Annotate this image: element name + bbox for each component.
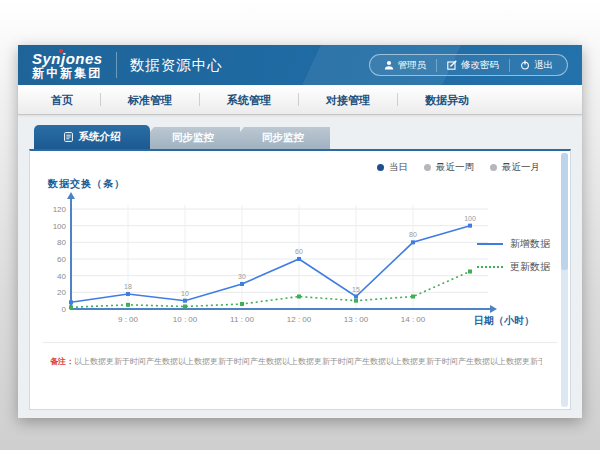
main-nav: 首页 标准管理 系统管理 对接管理 数据异动: [18, 85, 582, 115]
edit-icon: [447, 60, 457, 70]
svg-text:18: 18: [124, 283, 132, 290]
change-password-label: 修改密码: [461, 59, 499, 72]
svg-text:0: 0: [62, 305, 67, 314]
chart-panel: 当日 最近一周 最近一月 数据交换（条） 0204060801001209 : …: [29, 149, 571, 410]
radio-dot-icon: [377, 164, 384, 171]
svg-text:日期（小时）: 日期（小时）: [474, 315, 534, 326]
footnote: 备注：以上数据更新于时间产生数据以上数据更新于时间产生数据以上数据更新于时间产生…: [50, 356, 542, 367]
svg-text:9 : 00: 9 : 00: [118, 315, 139, 324]
user-toolbar: 管理员 修改密码 退出: [369, 54, 569, 76]
svg-text:120: 120: [53, 205, 67, 214]
browser-page: Synjones 新中新集团 数据资源中心 管理员 修改密码: [18, 45, 582, 418]
nav-item-home[interactable]: 首页: [24, 85, 100, 115]
logo-accent-dot: [59, 49, 63, 53]
tab-label: 同步监控: [262, 131, 304, 145]
admin-user-label: 管理员: [398, 59, 427, 72]
svg-text:80: 80: [409, 231, 417, 238]
legend-item-updated-data: 更新数据: [477, 260, 550, 274]
admin-user-button[interactable]: 管理员: [374, 59, 437, 72]
svg-text:100: 100: [464, 215, 476, 222]
svg-text:11 : 00: 11 : 00: [230, 315, 254, 324]
footnote-text: 以上数据更新于时间产生数据以上数据更新于时间产生数据以上数据更新于时间产生数据以…: [74, 357, 542, 366]
svg-text:13 : 00: 13 : 00: [344, 315, 369, 324]
note-divider: [42, 342, 558, 343]
radio-dot-icon: [424, 164, 431, 171]
svg-text:10: 10: [181, 290, 189, 297]
change-password-button[interactable]: 修改密码: [436, 59, 509, 72]
dotted-line-sample-icon: [477, 266, 503, 268]
company-logo: Synjones 新中新集团: [32, 51, 103, 79]
svg-text:20: 20: [57, 288, 66, 297]
radio-dot-icon: [490, 164, 497, 171]
power-icon: [520, 60, 530, 70]
radio-today[interactable]: 当日: [377, 161, 408, 174]
svg-text:40: 40: [57, 272, 66, 281]
nav-item-data-change[interactable]: 数据异动: [398, 85, 496, 115]
nav-item-system-mgmt[interactable]: 系统管理: [200, 85, 298, 115]
logout-button[interactable]: 退出: [509, 59, 563, 72]
content-area: 系统介绍 同步监控 同步监控 当日 最近一周: [18, 115, 582, 410]
chart-legend: 新增数据 更新数据: [477, 237, 550, 274]
app-header: Synjones 新中新集团 数据资源中心 管理员 修改密码: [18, 45, 582, 85]
footnote-label: 备注：: [50, 357, 74, 366]
svg-text:30: 30: [238, 273, 246, 280]
tab-sync-monitor-2[interactable]: 同步监控: [226, 127, 330, 149]
logo-cn: 新中新集团: [32, 67, 103, 80]
legend-item-new-data: 新增数据: [477, 237, 550, 251]
document-icon: [64, 132, 73, 142]
svg-text:80: 80: [57, 238, 66, 247]
time-range-selector: 当日 最近一周 最近一月: [377, 161, 540, 174]
y-axis-title: 数据交换（条）: [48, 177, 125, 191]
svg-text:60: 60: [295, 248, 303, 255]
svg-text:14 : 00: 14 : 00: [401, 315, 426, 324]
svg-text:100: 100: [53, 222, 67, 231]
tab-sync-monitor-1[interactable]: 同步监控: [136, 127, 240, 149]
svg-text:15: 15: [352, 286, 360, 293]
svg-text:60: 60: [57, 255, 66, 264]
tab-bar: 系统介绍 同步监控 同步监控: [34, 125, 571, 149]
logo-en: Synjones: [32, 51, 103, 67]
tab-label: 同步监控: [172, 131, 214, 145]
panel-scrollbar[interactable]: [561, 153, 568, 407]
header-divider: [116, 52, 117, 78]
page-title: 数据资源中心: [130, 56, 223, 75]
user-icon: [384, 60, 394, 70]
tab-system-intro[interactable]: 系统介绍: [34, 125, 150, 149]
solid-line-sample-icon: [477, 243, 503, 245]
svg-text:12 : 00: 12 : 00: [287, 315, 312, 324]
nav-item-standard-mgmt[interactable]: 标准管理: [101, 85, 199, 115]
logout-label: 退出: [534, 59, 553, 72]
tab-label: 系统介绍: [79, 130, 121, 144]
svg-text:10 : 00: 10 : 00: [173, 315, 198, 324]
radio-last-month[interactable]: 最近一月: [490, 161, 540, 174]
desktop-background: Synjones 新中新集团 数据资源中心 管理员 修改密码: [0, 0, 600, 450]
scrollbar-thumb[interactable]: [561, 153, 568, 270]
radio-last-week[interactable]: 最近一周: [424, 161, 474, 174]
nav-item-interface-mgmt[interactable]: 对接管理: [299, 85, 397, 115]
